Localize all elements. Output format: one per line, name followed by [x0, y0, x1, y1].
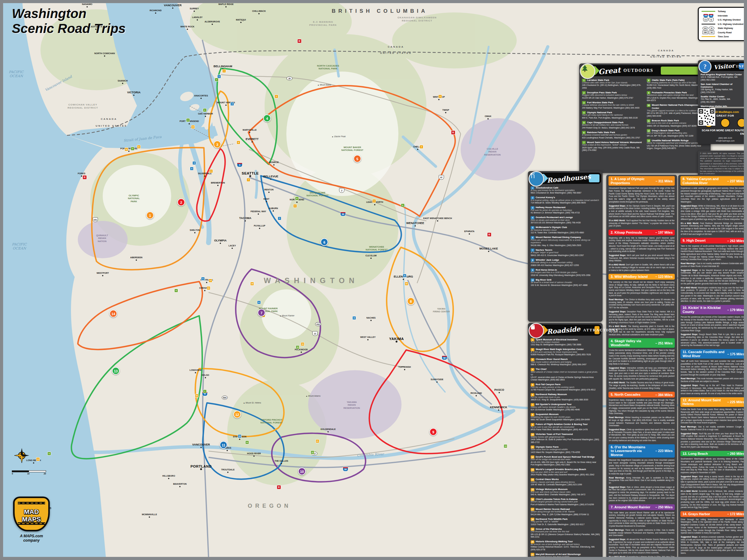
route-number-badge: 13	[112, 367, 120, 375]
list-item: 10Big River GrillSit down to a bread bow…	[531, 278, 600, 287]
item-name: Chewack River Guest Ranch	[536, 358, 568, 361]
item-number: 2	[582, 91, 586, 94]
item-description: Lookout sites with views of the San Juan…	[582, 81, 643, 84]
route-paragraph: It's a MAD World: The Boeing assembly pl…	[609, 325, 674, 336]
city-dot	[437, 220, 438, 221]
map-poi-roadhouse-marker: 2	[230, 102, 234, 106]
city-dot	[172, 7, 173, 9]
route-paragraph: Road Warnings: Winter traveling in mount…	[609, 416, 674, 427]
list-item: 7Naches TavernA heapin' helpin' of good …	[531, 248, 600, 257]
item-address: At US-101, MM-232 (turn right onto E. Be…	[531, 461, 600, 466]
map-poi-outdoors-marker: 7	[203, 390, 207, 393]
list-item: 3Fort Worden State ParkCoastal defense s…	[582, 101, 643, 109]
list-item: San Juan Island Chamber of Commerce135 S…	[701, 83, 744, 94]
route-paragraph: Suggested Stops: At the Olympic Game Far…	[609, 205, 674, 218]
route-paragraph: Road Warnings: There are no public restr…	[609, 529, 674, 537]
scale-tick: 0	[12, 473, 13, 475]
route-body: Experience many changes in elevation as …	[609, 399, 675, 442]
route-paragraph: It's a MAD World: The Seattle-Tacoma are…	[609, 381, 674, 390]
city-dot	[266, 201, 267, 202]
city-dot	[239, 439, 240, 440]
route-paragraph: Suggested Stops: Doug's Beach State Park…	[681, 333, 744, 347]
item-address: 307103 US-101 Brinnon Washington; (360) …	[531, 221, 600, 224]
logo-company-line: A MAPS.com company	[11, 534, 52, 542]
city-dot	[281, 463, 282, 464]
city-dot	[204, 290, 205, 291]
item-description: Bunkers of an old military fort, and coa…	[582, 124, 643, 126]
item-name: Halfway House Restaurant	[536, 206, 566, 209]
item-address: 8415 Paine Field Blvd. Mukilteo Washingt…	[531, 428, 600, 431]
item-description: Dive off the bridge into emerald-blue wa…	[531, 458, 600, 461]
item-name: Chief Lelooska Totem Pole in Kalama	[536, 498, 577, 501]
us-highway-shield-icon: 210	[703, 18, 708, 22]
item-description: Feel like an early pioneer at this worki…	[531, 386, 600, 389]
item-number: 11	[647, 119, 650, 122]
item-address: US-730 off of Patterson Ferry Rd. (three…	[647, 145, 708, 150]
item-address: 244 Robert Gray Dr. Ilwaco, Washington (…	[582, 127, 643, 129]
item-name: World's Longest Drivable Beach-Long Beac…	[536, 468, 586, 471]
item-address: 20800 SR-410 Naches Washington (800) 827…	[531, 264, 600, 267]
item-name: Olallie State Park (Twin Falls)	[652, 79, 685, 81]
route-name: 14. Grays Harbor	[682, 512, 710, 516]
item-address: 633 Leudinghaus Road Chehalis, Washingto…	[582, 137, 643, 139]
promo-contact: (866) 685-3100info@madmaps.com	[700, 137, 744, 142]
registered-mark: ®	[49, 507, 51, 510]
item-number: 12	[531, 455, 535, 459]
route-miles: – 251 Miles	[655, 341, 673, 345]
logo-wordmark: MAD MAPS	[15, 508, 48, 523]
route-name: 7. Around Mount Rainier	[611, 505, 650, 509]
list-item: 3Halfway House RestaurantPull over for p…	[531, 206, 600, 214]
item-address: 5521 Chuckanut Dr. Bow Washington; (360)…	[531, 192, 600, 194]
map-poi-attraction-marker: 4	[419, 145, 423, 149]
city-dot	[475, 395, 477, 396]
item-name: Olympic National Park	[587, 111, 612, 114]
item-description: An historical Western resort	[531, 229, 600, 232]
item-address: 600 E. Park Ave. Port Angeles, Washingto…	[582, 117, 643, 119]
roadhouses-list: 1Rhododendron CaféA cozy spot known for …	[528, 185, 602, 290]
madmaps-pin-icon: ✿	[277, 485, 281, 489]
route-miles: – 384 Miles	[655, 393, 673, 397]
list-item: Port Angeles Regional Visitor Center121 …	[701, 73, 744, 81]
item-description: A 1,500-acre sanctuary for these impress…	[531, 351, 600, 353]
washington-scenic-road-trips-map: { "title": {"line1": "Washington", "line…	[0, 0, 747, 560]
map-poi-attraction-marker: 15	[207, 286, 210, 290]
route-body: Follow the North Fork of the Lewis River…	[680, 408, 744, 449]
item-address: 2409 Jefferson St. Suite B (visitor info…	[531, 438, 600, 444]
route-miles: – 250 Miles	[655, 505, 673, 509]
route-body: Circumvent Olympic National Park and pas…	[609, 187, 675, 228]
map-poi-roadhouse-marker: 9	[403, 274, 407, 277]
city-dot	[128, 151, 129, 152]
map-poi-attraction-marker: 16	[195, 394, 199, 398]
item-line: 121 E. Railroad Ave., Port Angeles, WA	[701, 76, 744, 78]
item-line: (360) 378-5240	[701, 91, 744, 94]
great-outdoors-panel: Great OUTDOORS 1Larrabee State ParkLooko…	[579, 63, 711, 173]
route-description: 9. High Desert– 263 MilesTake in the exp…	[680, 238, 744, 303]
list-item: 4Olympic National ParkYou'll get misty-e…	[582, 111, 643, 119]
route-descriptions-column-2: 8. Yakima Canyon and Columbia River– 237…	[678, 175, 744, 557]
item-number: 13	[531, 468, 535, 471]
roadside-attractions-header: Roadside ATTRACTIONS	[530, 324, 601, 336]
route-paragraph: Suggested Stops: Climb up sandstone spir…	[609, 428, 674, 442]
legend-marker-state: 25029	[701, 26, 716, 30]
city-dot	[205, 377, 206, 378]
list-item: 14Central Glass WorksGallery, classes an…	[531, 478, 600, 486]
route-number-badge: 6	[320, 238, 328, 246]
item-address: 11610 Trek Dr. E. Eatonville Washington …	[531, 523, 600, 526]
roadside-attractions-list: 1Spark Museum of Electrical InventionTun…	[528, 336, 602, 557]
route-name: 4. Skagit Valley via Woodinville	[611, 339, 654, 347]
item-description: For the model-train lover in you	[531, 396, 600, 399]
item-number: 7	[531, 403, 535, 406]
route-number-badge: 3	[213, 141, 221, 149]
item-name: Mount Saint Helens National Volcanic Mon…	[587, 141, 642, 144]
route-name: 1. A Loop of Olympic Proportions	[611, 177, 654, 185]
state-highway-oval-icon: 410	[315, 322, 321, 326]
route-description: 11. Cascade Foothills and Wind River– 17…	[680, 349, 744, 395]
item-address: 3914 Pacific Way (visitor info) Seaview …	[531, 474, 600, 476]
us-highway-shield-icon: 12	[312, 331, 318, 336]
item-name: Seattle Visitor Center	[701, 95, 725, 98]
city-dot	[488, 251, 489, 252]
city-dot	[194, 10, 195, 12]
map-poi-roadhouse-marker: 4	[190, 167, 194, 170]
item-address: 41 Brinnon Ln. Brinnon Washington; (360)…	[531, 212, 600, 214]
interstate-shield-icon: 82	[442, 355, 447, 360]
